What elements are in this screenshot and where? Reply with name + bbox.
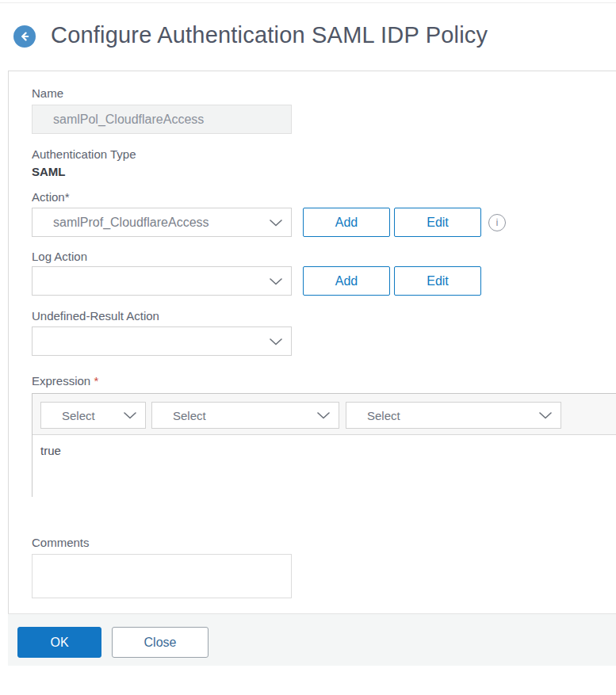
undefined-result-action-label: Undefined-Result Action [32,309,159,323]
chevron-down-icon [539,412,552,419]
action-edit-button[interactable]: Edit [394,208,481,237]
arrow-left-icon [18,30,31,43]
expression-toolbar: Select Select Select [33,394,616,435]
dialog-footer: OK Close [8,613,616,666]
action-label: Action* [32,190,70,204]
action-select[interactable]: samlProf_CloudflareAccess [32,208,292,237]
page-title: Configure Authentication SAML IDP Policy [51,22,488,48]
expression-input[interactable]: true [33,435,616,497]
chevron-down-icon [270,220,282,227]
expression-operand-select-2[interactable]: Select [151,402,339,429]
chevron-down-icon [270,278,282,285]
info-icon[interactable]: i [488,214,506,231]
undefined-result-action-select[interactable] [32,326,292,356]
log-action-select[interactable] [32,266,292,296]
action-select-value: samlProf_CloudflareAccess [53,216,209,230]
expression-operand-select-1-value: Select [62,409,95,422]
chevron-down-icon [317,412,330,419]
expression-label: Expression * [32,374,98,388]
log-action-label: Log Action [32,250,87,263]
expression-operand-select-2-value: Select [173,409,206,422]
log-action-edit-button[interactable]: Edit [394,266,481,296]
required-marker: * [94,374,98,388]
expression-operand-select-3[interactable]: Select [346,402,561,429]
ok-button[interactable]: OK [17,627,101,658]
expression-label-text: Expression [32,374,90,388]
name-input[interactable] [32,105,292,134]
log-action-add-button[interactable]: Add [303,266,390,296]
authentication-type-value: SAML [32,165,66,178]
action-add-button[interactable]: Add [303,208,390,237]
top-divider [0,2,616,3]
configure-saml-idp-policy-dialog: Configure Authentication SAML IDP Policy… [0,0,616,695]
chevron-down-icon [124,412,136,419]
comments-input[interactable] [32,554,292,598]
expression-operand-select-3-value: Select [367,409,400,422]
close-button[interactable]: Close [112,627,209,658]
chevron-down-icon [270,338,282,346]
expression-builder: Select Select Select true [32,393,616,497]
authentication-type-label: Authentication Type [32,147,136,161]
expression-operand-select-1[interactable]: Select [40,402,146,429]
name-label: Name [32,86,63,100]
comments-label: Comments [32,536,90,549]
back-button[interactable] [13,25,36,48]
